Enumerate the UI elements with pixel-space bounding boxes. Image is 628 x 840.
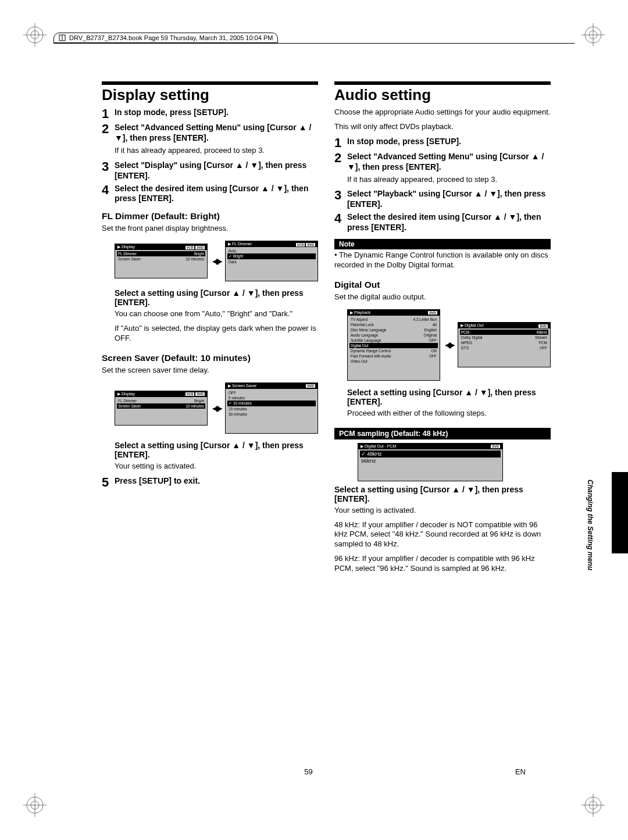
l-step3: Select "Display" using [Cursor ▲ / ▼], t… xyxy=(115,160,318,181)
osd-playback: ▶ PlaybackDVDTV Aspect4:3 Letter BoxPare… xyxy=(347,309,440,381)
ss-head: Screen Saver (Default: 10 minutes) xyxy=(102,353,318,363)
header-bookline-wrap: DRV_B2737_B2734.book Page 59 Thursday, M… xyxy=(53,33,575,43)
l-step5: Press [SETUP] to exit. xyxy=(115,476,200,489)
book-icon xyxy=(59,34,66,41)
osd-display-2: ▶ DisplayVCRDVDFL DimmerBrightScreen Sav… xyxy=(115,391,208,426)
sel-body-1b: If "Auto" is selected, the display gets … xyxy=(115,324,318,344)
r-step2-note: If it has already appeared, proceed to s… xyxy=(347,175,551,185)
r-step3: Select "Playback" using [Cursor ▲ / ▼], … xyxy=(347,189,551,210)
reg-mark-bl xyxy=(23,793,47,817)
digital-head: Digital Out xyxy=(334,280,551,290)
l-step4: Select the desired item using [Cursor ▲ … xyxy=(115,184,318,205)
pcm-bar: PCM sampling (Default: 48 kHz) xyxy=(334,428,551,439)
sel-body-r2: Your setting is activated. xyxy=(334,506,551,516)
lang-code: EN xyxy=(515,767,526,776)
r-step2: Select "Advanced Setting Menu" using [Cu… xyxy=(347,152,551,173)
col-display: Display setting 1In stop mode, press [SE… xyxy=(102,81,318,747)
side-label: Changing the Setting menu xyxy=(586,480,594,570)
heading-audio: Audio setting xyxy=(334,86,551,104)
sel-body-2: Your setting is activated. xyxy=(115,462,318,471)
sel-head-r1: Select a setting using [Cursor ▲ / ▼], t… xyxy=(347,388,551,406)
osd-ss: ▶ Screen SaverDVDOFF5 minutes10 minutes1… xyxy=(225,383,318,434)
ss-body: Set the screen saver time delay. xyxy=(102,366,318,376)
footer: 59 EN xyxy=(102,767,526,776)
note-label: Note xyxy=(334,239,551,249)
reg-mark-br xyxy=(581,793,605,817)
page-number: 59 xyxy=(102,767,515,776)
l-step2-note: If it has already appeared, proceed to s… xyxy=(115,146,318,156)
sel-body-1a: You can choose one from "Auto," "Bright"… xyxy=(115,309,318,319)
section-tab xyxy=(612,472,628,553)
l-step2: Select "Advanced Setting Menu" using [Cu… xyxy=(115,123,318,144)
r-intro1: Choose the appropriate Audio settings fo… xyxy=(334,108,551,117)
sel-head-2: Select a setting using [Cursor ▲ / ▼], t… xyxy=(115,441,318,459)
r-step4: Select the desired item using [Cursor ▲ … xyxy=(347,212,551,233)
reg-mark-tl xyxy=(23,23,47,47)
sel-head-r2: Select a setting using [Cursor ▲ / ▼], t… xyxy=(334,485,551,503)
col-audio: Audio setting Choose the appropriate Aud… xyxy=(334,81,551,747)
note-body: • The Dynamic Range Control function is … xyxy=(334,251,551,270)
l-step1: In stop mode, press [SETUP]. xyxy=(115,108,229,120)
heading-bar xyxy=(102,81,318,85)
osd-display: ▶ DisplayVCRDVDFL DimmerBrightScreen Sav… xyxy=(115,244,208,278)
osd-fl: ▶ FL DimmerVCRDVDAutoBrightDark xyxy=(225,241,318,281)
reg-mark-tr xyxy=(581,23,605,47)
header-bookline: DRV_B2737_B2734.book Page 59 Thursday, M… xyxy=(69,34,273,41)
khz96: 96 kHz: If your amplifier / decoder is c… xyxy=(334,554,551,574)
heading-bar xyxy=(334,81,551,85)
arrows-icon xyxy=(212,256,220,266)
khz48: 48 kHz: If your amplifier / decoder is N… xyxy=(334,520,551,550)
arrows-icon xyxy=(445,340,453,349)
sel-body-r1: Proceed with either of the following ste… xyxy=(347,409,551,419)
r-step1: In stop mode, press [SETUP]. xyxy=(347,137,461,149)
sel-head-1: Select a setting using [Cursor ▲ / ▼], t… xyxy=(115,288,318,307)
header-rule xyxy=(53,43,575,44)
osd-digital: ▶ Digital OutDVDPCM48kHzDolby DigitalStr… xyxy=(458,322,551,367)
fl-head: FL Dimmer (Default: Bright) xyxy=(102,211,318,221)
r-intro2: This will only affect DVDs playback. xyxy=(334,122,551,132)
osd-pcm: ▶ Digital Out - PCMDVD48kHz96kHz xyxy=(358,443,503,481)
fl-body: Set the front panel display brightness. xyxy=(102,224,318,234)
arrows-icon xyxy=(212,403,220,413)
digital-body: Set the digital audio output. xyxy=(334,292,551,302)
heading-display: Display setting xyxy=(102,86,318,104)
